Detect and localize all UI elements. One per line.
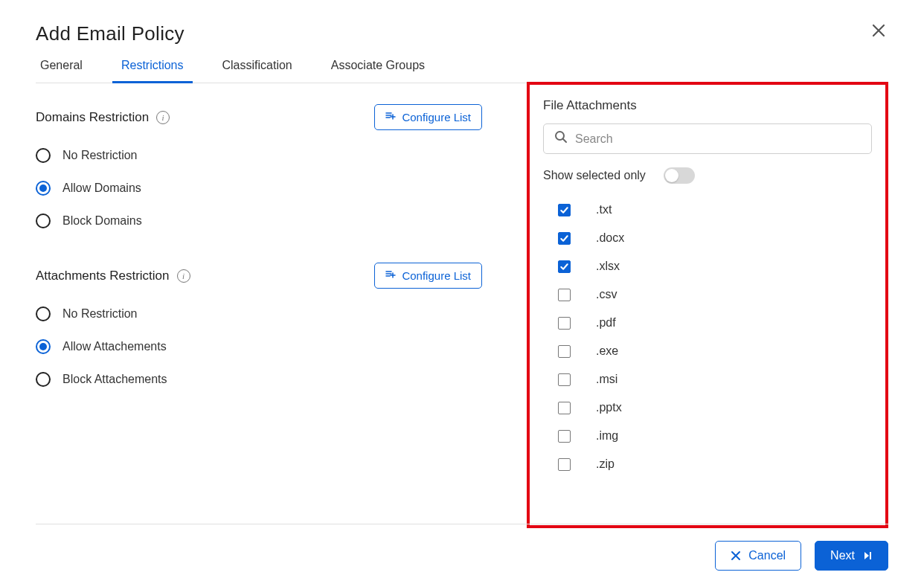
domains-section-title: Domains Restriction bbox=[36, 110, 149, 125]
tab-general[interactable]: General bbox=[36, 59, 87, 83]
info-icon[interactable]: i bbox=[177, 269, 190, 283]
file-type-row: .pdf bbox=[543, 312, 872, 334]
file-checkbox[interactable] bbox=[558, 232, 571, 245]
file-checkbox[interactable] bbox=[558, 402, 571, 414]
file-type-row: .txt bbox=[543, 199, 872, 221]
configure-domains-label: Configure List bbox=[402, 111, 471, 123]
file-extension-label: .xlsx bbox=[596, 260, 620, 273]
radio-label: No Restriction bbox=[62, 307, 137, 321]
close-icon bbox=[731, 550, 741, 561]
file-type-row: .exe bbox=[543, 340, 872, 362]
configure-attachments-label: Configure List bbox=[402, 269, 471, 282]
file-extension-label: .pptx bbox=[596, 401, 622, 414]
attachments-radio-group: No RestrictionAllow AttachementsBlock At… bbox=[36, 302, 482, 391]
close-button[interactable] bbox=[872, 22, 885, 40]
info-icon[interactable]: i bbox=[156, 111, 170, 124]
file-checkbox[interactable] bbox=[558, 317, 571, 330]
configure-domains-button[interactable]: Configure List bbox=[374, 104, 482, 130]
tab-classification[interactable]: Classification bbox=[218, 59, 297, 83]
file-checkbox[interactable] bbox=[558, 373, 571, 386]
domains-radio-group: No RestrictionAllow DomainsBlock Domains bbox=[36, 144, 482, 233]
file-type-row: .pptx bbox=[543, 396, 872, 419]
attachments-section-title: Attachments Restriction bbox=[36, 269, 170, 283]
list-add-icon bbox=[385, 269, 396, 282]
toggle-label: Show selected only bbox=[543, 169, 646, 182]
radio-icon bbox=[36, 213, 51, 228]
next-button[interactable]: Next bbox=[815, 541, 888, 571]
next-label: Next bbox=[830, 549, 855, 562]
file-checkbox[interactable] bbox=[558, 289, 571, 301]
file-attachments-panel: File Attachments Show selected only .txt… bbox=[527, 82, 888, 528]
search-input[interactable] bbox=[575, 132, 861, 146]
tab-restrictions[interactable]: Restrictions bbox=[117, 59, 188, 83]
attachments-option[interactable]: Block Attachements bbox=[36, 367, 482, 391]
cancel-button[interactable]: Cancel bbox=[715, 541, 801, 571]
cancel-label: Cancel bbox=[748, 549, 786, 562]
file-extension-label: .pdf bbox=[596, 316, 616, 330]
list-add-icon bbox=[385, 111, 396, 123]
file-panel-title: File Attachments bbox=[543, 98, 872, 113]
file-extension-label: .msi bbox=[596, 373, 617, 386]
radio-icon bbox=[36, 339, 51, 354]
file-extension-label: .img bbox=[596, 429, 618, 443]
radio-label: Block Domains bbox=[62, 214, 142, 228]
toggle-knob bbox=[665, 169, 678, 182]
file-type-row: .xlsx bbox=[543, 255, 872, 277]
show-selected-toggle[interactable] bbox=[664, 167, 695, 184]
search-icon bbox=[554, 130, 568, 147]
file-type-row: .msi bbox=[543, 368, 872, 391]
radio-icon bbox=[36, 181, 51, 196]
radio-icon bbox=[36, 148, 51, 163]
radio-icon bbox=[36, 306, 51, 321]
file-type-row: .img bbox=[543, 425, 872, 447]
svg-rect-1 bbox=[870, 552, 871, 559]
radio-icon bbox=[36, 372, 51, 387]
search-box[interactable] bbox=[543, 123, 872, 154]
file-checkbox[interactable] bbox=[558, 260, 571, 273]
file-type-row: .csv bbox=[543, 283, 872, 306]
radio-label: No Restriction bbox=[62, 149, 137, 162]
attachments-option[interactable]: No Restriction bbox=[36, 302, 482, 326]
file-checkbox[interactable] bbox=[558, 458, 571, 471]
file-extension-label: .txt bbox=[596, 203, 612, 216]
configure-attachments-button[interactable]: Configure List bbox=[374, 263, 482, 289]
close-icon bbox=[872, 24, 885, 37]
attachments-option[interactable]: Allow Attachements bbox=[36, 335, 482, 359]
file-list: .txt.docx.xlsx.csv.pdf.exe.msi.pptx.img.… bbox=[543, 199, 872, 475]
file-extension-label: .zip bbox=[596, 457, 615, 471]
file-type-row: .zip bbox=[543, 453, 872, 475]
radio-label: Block Attachements bbox=[62, 373, 167, 386]
file-type-row: .docx bbox=[543, 227, 872, 249]
file-extension-label: .exe bbox=[596, 344, 618, 358]
domains-option[interactable]: Block Domains bbox=[36, 209, 482, 233]
domains-option[interactable]: No Restriction bbox=[36, 144, 482, 167]
domains-option[interactable]: Allow Domains bbox=[36, 176, 482, 200]
file-checkbox[interactable] bbox=[558, 345, 571, 358]
radio-label: Allow Domains bbox=[62, 182, 141, 195]
file-extension-label: .docx bbox=[596, 231, 624, 245]
file-extension-label: .csv bbox=[596, 288, 617, 301]
radio-label: Allow Attachements bbox=[62, 340, 167, 353]
play-next-icon bbox=[862, 550, 873, 561]
page-title: Add Email Policy bbox=[36, 22, 888, 45]
file-checkbox[interactable] bbox=[558, 430, 571, 443]
tab-bar: GeneralRestrictionsClassificationAssocia… bbox=[36, 59, 888, 83]
file-checkbox[interactable] bbox=[558, 204, 571, 216]
tab-associate-groups[interactable]: Associate Groups bbox=[327, 59, 429, 83]
